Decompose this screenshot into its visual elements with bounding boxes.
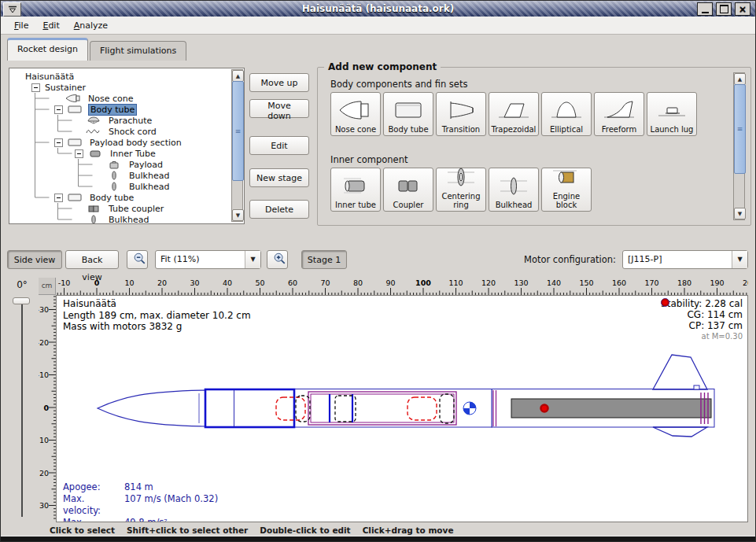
expander-minus-icon[interactable] (54, 138, 63, 147)
svg-text:10: 10 (124, 278, 134, 287)
svg-text:-10: -10 (39, 371, 49, 379)
rocket-name: Haisunäätä (63, 298, 251, 310)
rocket-canvas[interactable]: Haisunäätä Length 189 cm, max. diameter … (56, 295, 748, 522)
tree-item-payload[interactable]: Payload (95, 159, 164, 170)
bulkhead-icon (85, 215, 104, 224)
tree-item-inner-tube[interactable]: Inner Tube (75, 148, 157, 159)
launch-lug[interactable] (694, 385, 699, 389)
zoom-in-icon[interactable] (267, 250, 288, 269)
tree-item-nose-cone[interactable]: Nose cone (54, 93, 135, 104)
add-coupler-button[interactable]: Coupler (383, 168, 433, 212)
add-nose-cone-button[interactable]: Nose cone (330, 92, 381, 136)
nose-cone[interactable] (98, 390, 205, 426)
menu-analyze[interactable]: Analyze (67, 18, 115, 33)
tree-item-bulkhead[interactable]: Bulkhead (95, 181, 171, 192)
fin-bottom[interactable] (653, 427, 707, 437)
tree-item-bulkhead[interactable]: Bulkhead (95, 170, 171, 181)
tab-rocket-design[interactable]: Rocket design (7, 38, 88, 61)
body-tube-icon (66, 105, 85, 114)
add-trapezoidal-button[interactable]: Trapezoidal (489, 92, 539, 136)
svg-text:160: 160 (612, 278, 626, 287)
body-tube-selected[interactable] (205, 389, 294, 427)
add-transition-button[interactable]: Transition (436, 92, 486, 136)
tree-item-bulkhead[interactable]: Bulkhead (75, 214, 150, 224)
move-up-button[interactable]: Move up (249, 73, 309, 92)
flight-value: 107 m/s (Mach 0.32) (124, 493, 218, 517)
svg-text:140: 140 (547, 278, 561, 287)
tree-item-sustainer[interactable]: Sustainer (31, 82, 87, 93)
window-menu-icon[interactable] (3, 2, 21, 17)
new-stage-button[interactable]: New stage (249, 168, 309, 187)
scrollbar-thumb[interactable]: ≡ (232, 81, 244, 181)
svg-text:180: 180 (677, 278, 691, 287)
edit-button[interactable]: Edit (249, 136, 309, 155)
minimize-button[interactable] (697, 2, 713, 16)
tree-item-haisun-t[interactable]: Haisunäätä (24, 71, 76, 82)
svg-text:10: 10 (39, 436, 49, 444)
body-components-label: Body components and fin sets (330, 79, 467, 90)
expander-minus-icon[interactable] (54, 194, 63, 202)
component-button-label: Elliptical (550, 125, 583, 134)
rotation-slider-handle[interactable] (13, 297, 30, 304)
zoom-out-icon[interactable] (127, 250, 148, 269)
titlebar[interactable]: Haisunäätä (haisunaata.ork) ✕ (1, 1, 755, 17)
menu-edit[interactable]: Edit (35, 18, 66, 33)
svg-text:120: 120 (481, 278, 496, 287)
mach-condition: at M=0.30 (661, 331, 743, 342)
svg-text:30: 30 (190, 278, 199, 287)
motor-configuration-select[interactable]: [J115-P] ▼ (622, 250, 748, 269)
add-centering-ring-button[interactable]: Centering ring (436, 168, 486, 212)
scroll-down-icon[interactable]: ▼ (232, 209, 244, 221)
body-tube-icon (66, 138, 85, 147)
tree-item-label: Body tube (88, 193, 135, 203)
svg-text:70: 70 (320, 278, 330, 287)
scroll-up-icon[interactable]: ▲ (734, 73, 746, 85)
zoom-select[interactable]: Fit (11%) ▼ (155, 250, 261, 269)
rotation-slider[interactable] (21, 298, 23, 517)
fin-top[interactable] (653, 355, 707, 389)
svg-text:190: 190 (710, 278, 724, 287)
tree-item-payload-body-section[interactable]: Payload body section (54, 137, 183, 148)
ruler-unit-label: cm (39, 278, 56, 295)
add-bulkhead-button[interactable]: Bulkhead (489, 168, 539, 212)
add-elliptical-button[interactable]: Elliptical (541, 92, 592, 136)
tree-item-parachute[interactable]: Parachute (75, 115, 153, 126)
vertical-ruler: -30-20-100102030 (39, 295, 56, 522)
stage-toggle-button[interactable]: Stage 1 (301, 250, 347, 269)
inner-components-row: Inner tubeCouplerCentering ringBulkheadE… (330, 168, 592, 212)
expander-minus-icon[interactable] (31, 83, 40, 92)
tree-item-tube-coupler[interactable]: Tube coupler (75, 203, 165, 214)
add-inner-tube-button[interactable]: Inner tube (330, 168, 381, 212)
payload-body-section[interactable] (294, 389, 492, 428)
delete-button[interactable]: Delete (249, 200, 309, 219)
flight-label: Apogee: (63, 481, 124, 493)
tree-item-body-tube[interactable]: Body tube (54, 104, 137, 115)
tree-item-body-tube[interactable]: Body tube (54, 192, 135, 203)
menu-file[interactable]: File (7, 18, 35, 33)
move-down-button[interactable]: Move down (249, 99, 309, 118)
tab-flight-simulations[interactable]: Flight simulations (90, 41, 186, 61)
tree-scrollbar[interactable]: ▲▼≡ (231, 69, 243, 222)
scrollbar-thumb[interactable]: ≡ (734, 84, 746, 174)
tree-item-label: Bulkhead (107, 215, 150, 225)
expander-minus-icon[interactable] (54, 105, 63, 114)
component-tree[interactable]: HaisunäätäSustainerNose coneBody tubePar… (9, 68, 245, 224)
add-engine-block-button[interactable]: Engine block (541, 168, 592, 212)
tree-item-shock-cord[interactable]: Shock cord (75, 126, 158, 137)
svg-text:150: 150 (579, 278, 593, 287)
scroll-down-icon[interactable]: ▼ (734, 208, 746, 219)
back-view-button[interactable]: Back view (65, 250, 119, 269)
add-freeform-button[interactable]: Freeform (594, 92, 644, 136)
rotation-angle-label: 0° (7, 277, 37, 293)
add-launch-lug-button[interactable]: Launch lug (647, 92, 697, 136)
expander-minus-icon[interactable] (75, 149, 83, 158)
tree-item-label: Haisunäätä (24, 72, 76, 82)
close-button[interactable]: ✕ (735, 2, 750, 16)
tree-item-label: Shock cord (107, 127, 158, 137)
side-view-button[interactable]: Side view (7, 250, 62, 269)
maximize-button[interactable] (716, 2, 732, 16)
scroll-up-icon[interactable]: ▲ (232, 70, 244, 82)
innertube-icon (337, 174, 374, 201)
component-scrollbar[interactable]: ▲▼≡ (733, 72, 745, 220)
add-body-tube-button[interactable]: Body tube (383, 92, 433, 136)
